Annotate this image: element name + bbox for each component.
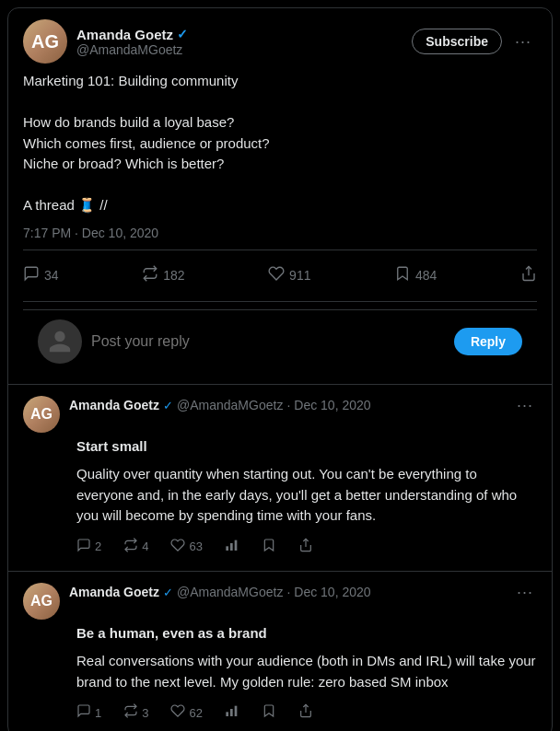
svg-rect-6 (230, 709, 233, 716)
thread-1-reply-count: 2 (95, 540, 101, 553)
main-user-info: AG Amanda Goetz ✓ @AmandaMGoetz (23, 19, 188, 64)
thread-2-reply-count: 1 (95, 706, 101, 720)
bookmark-stat[interactable]: 484 (394, 265, 437, 286)
thread-2-user-info: Amanda Goetz ✓ @AmandaMGoetz · Dec 10, 2… (69, 583, 537, 602)
reply-input[interactable] (91, 333, 445, 350)
thread-1-reply-stat[interactable]: 2 (76, 538, 101, 556)
thread-2-like-count: 62 (189, 706, 202, 720)
thread-1-handle: @AmandaMGoetz (177, 398, 283, 412)
thread-1-date-sep: · (286, 398, 290, 412)
thread-2-user-row: AG Amanda Goetz ✓ @AmandaMGoetz · Dec 10… (23, 583, 537, 620)
thread-2-bookmark-icon (262, 703, 276, 722)
thread-tweet-2: AG Amanda Goetz ✓ @AmandaMGoetz · Dec 10… (8, 571, 552, 732)
thread-2-body: Real conversations with your audience (b… (76, 651, 537, 692)
thread-1-headline: Start small (76, 436, 537, 458)
thread-1-user-row: AG Amanda Goetz ✓ @AmandaMGoetz · Dec 10… (23, 396, 537, 433)
thread-2-stats: 1 3 62 (76, 700, 537, 725)
thread-2-date: Dec 10, 2020 (294, 585, 370, 599)
reply-icon (23, 265, 40, 286)
svg-rect-3 (235, 540, 238, 550)
thread-2-more-button[interactable]: ··· (513, 583, 537, 602)
stats-row: 34 182 911 (23, 258, 537, 294)
like-count: 911 (289, 268, 310, 283)
bookmark-icon (394, 265, 411, 286)
thread-1-retweet-icon (123, 538, 138, 556)
thread-1-more-button[interactable]: ··· (513, 396, 537, 415)
reply-box: Reply (23, 309, 537, 373)
thread-2-retweet-count: 3 (142, 706, 148, 720)
thread-2-name-line: Amanda Goetz ✓ @AmandaMGoetz · Dec 10, 2… (69, 585, 371, 599)
svg-rect-1 (226, 546, 228, 551)
thread-2-analytics-icon (225, 703, 239, 722)
thread-1-analytics-icon (225, 538, 239, 556)
thread-2-headline-text: Be a human, even as a brand (76, 625, 267, 641)
thread-1-retweet-stat[interactable]: 4 (123, 538, 148, 556)
thread-2-avatar[interactable]: AG (23, 583, 60, 620)
thread-2-retweet-stat[interactable]: 3 (123, 703, 148, 722)
thread-2-handle: @AmandaMGoetz (177, 585, 283, 599)
thread-2-like-stat[interactable]: 62 (170, 703, 202, 722)
stats-divider (23, 249, 537, 250)
avatar[interactable]: AG (23, 19, 67, 64)
more-options-button[interactable]: ··· (509, 29, 537, 55)
reply-button[interactable]: Reply (454, 328, 522, 355)
thread-2-bookmark-stat[interactable] (262, 703, 276, 722)
thread-1-date: Dec 10, 2020 (294, 398, 370, 412)
thread-2-like-icon (170, 703, 185, 722)
tweet-card: AG Amanda Goetz ✓ @AmandaMGoetz Subscrib… (7, 7, 553, 731)
svg-rect-5 (226, 712, 228, 716)
thread-1-share-stat[interactable] (298, 538, 313, 556)
reply-count: 34 (44, 268, 59, 283)
thread-2-display-name: Amanda Goetz (69, 585, 159, 599)
thread-2-share-icon (298, 703, 313, 722)
thread-2-retweet-icon (123, 703, 138, 722)
thread-2-date-sep: · (286, 585, 290, 599)
main-tweet: AG Amanda Goetz ✓ @AmandaMGoetz Subscrib… (8, 8, 552, 384)
reply-divider (23, 301, 537, 302)
author-name: Amanda Goetz (76, 27, 173, 42)
thread-1-retweet-count: 4 (142, 540, 148, 553)
retweet-stat[interactable]: 182 (142, 265, 184, 286)
thread-2-analytics-stat[interactable] (225, 703, 239, 722)
thread-2-headline: Be a human, even as a brand (76, 623, 537, 644)
share-stat[interactable] (520, 265, 537, 286)
thread-2-verified: ✓ (163, 586, 173, 599)
bookmark-count: 484 (415, 268, 437, 283)
thread-1-user-info: Amanda Goetz ✓ @AmandaMGoetz · Dec 10, 2… (69, 396, 537, 415)
retweet-count: 182 (163, 268, 184, 283)
display-name: Amanda Goetz ✓ (76, 27, 188, 42)
thread-1-like-stat[interactable]: 63 (170, 538, 202, 556)
reply-stat[interactable]: 34 (23, 265, 59, 286)
thread-1-headline-text: Start small (76, 438, 147, 454)
thread-1-analytics-stat[interactable] (225, 538, 239, 556)
thread-1-like-icon (170, 538, 185, 556)
svg-rect-7 (235, 706, 238, 716)
retweet-icon (142, 265, 158, 286)
author-handle: @AmandaMGoetz (76, 42, 188, 57)
thread-1-share-icon (298, 538, 313, 556)
thread-1-display-name: Amanda Goetz (69, 398, 159, 412)
verified-icon: ✓ (177, 27, 188, 41)
thread-1-stats: 2 4 63 (76, 534, 537, 560)
reply-avatar (38, 319, 82, 364)
thread-1-verified: ✓ (163, 399, 173, 412)
user-actions: Subscribe ··· (412, 29, 537, 55)
thread-1-name-line: Amanda Goetz ✓ @AmandaMGoetz · Dec 10, 2… (69, 398, 371, 412)
thread-1-like-count: 63 (189, 540, 202, 553)
thread-2-reply-stat[interactable]: 1 (76, 703, 101, 722)
share-icon (520, 265, 537, 286)
thread-1-body: Quality over quantity when starting out.… (76, 464, 537, 527)
thread-1-bookmark-icon (262, 538, 276, 556)
thread-tweet-1: AG Amanda Goetz ✓ @AmandaMGoetz · Dec 10… (8, 384, 552, 571)
like-icon (268, 265, 285, 286)
tweet-timestamp: 7:17 PM · Dec 10, 2020 (23, 226, 537, 240)
main-user-row: AG Amanda Goetz ✓ @AmandaMGoetz Subscrib… (23, 19, 537, 64)
thread-1-bookmark-stat[interactable] (262, 538, 276, 556)
main-tweet-text: Marketing 101: Building community How do… (23, 71, 537, 216)
like-stat[interactable]: 911 (268, 265, 310, 286)
thread-1-avatar[interactable]: AG (23, 396, 60, 433)
thread-2-share-stat[interactable] (298, 703, 313, 722)
thread-1-reply-icon (76, 538, 91, 556)
subscribe-button[interactable]: Subscribe (412, 29, 502, 54)
svg-rect-2 (230, 543, 233, 551)
